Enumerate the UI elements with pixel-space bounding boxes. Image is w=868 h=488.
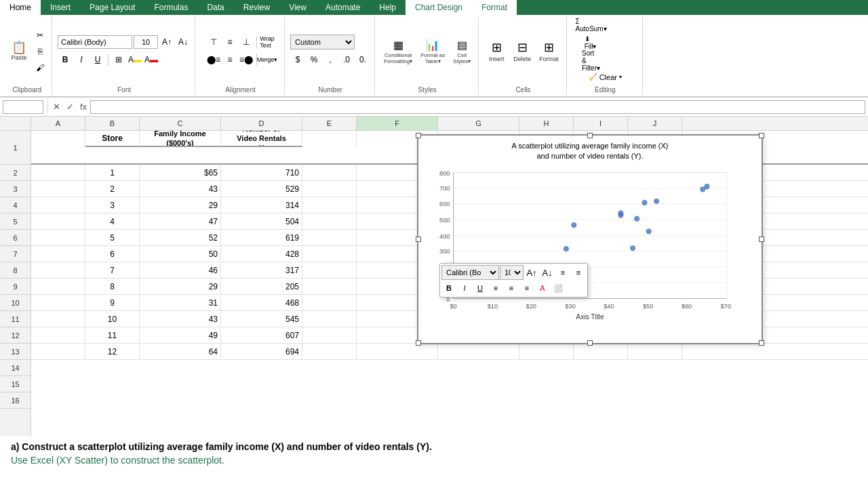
delete-button[interactable]: ⊟ Delete [510, 38, 534, 64]
cell-d1[interactable]: Number ofVideo RentalsY [221, 131, 302, 147]
cell-b13[interactable]: 12 [85, 344, 140, 360]
cell-styles-button[interactable]: ▤ CellStyles▾ [450, 37, 474, 66]
mini-font-grow-button[interactable]: A↑ [524, 265, 539, 280]
font-size-increase-button[interactable]: A↑ [159, 35, 174, 49]
cell-c3[interactable]: 43 [140, 181, 221, 197]
cell-d4[interactable]: 314 [221, 197, 302, 214]
cell-c11[interactable]: 43 [140, 311, 221, 327]
percent-button[interactable]: % [307, 52, 321, 67]
sort-filter-button[interactable]: Sort & Filter▾ [584, 53, 599, 68]
align-bottom-button[interactable]: ⊥ [239, 35, 254, 49]
cell-c9[interactable]: 29 [140, 279, 221, 295]
cell-d3[interactable]: 529 [221, 181, 302, 197]
cell-c2[interactable]: $65 [140, 165, 221, 181]
paste-button[interactable]: 📋 Paste [7, 39, 31, 63]
cell-c12[interactable]: 49 [140, 327, 221, 344]
cell-d5[interactable]: 504 [221, 214, 302, 230]
cell-a1[interactable] [31, 131, 85, 147]
mini-bold-button[interactable]: B [441, 281, 456, 296]
tab-format[interactable]: Format [472, 0, 517, 15]
align-left-button[interactable]: ⬤≡ [206, 52, 221, 67]
cell-b3[interactable]: 2 [85, 181, 140, 197]
tab-automate[interactable]: Automate [316, 0, 370, 15]
cell-b7[interactable]: 6 [85, 246, 140, 262]
cell-d10[interactable]: 468 [221, 295, 302, 311]
cell-b2[interactable]: 1 [85, 165, 140, 181]
fill-color-button[interactable]: A▬ [127, 52, 142, 67]
underline-button[interactable]: U [90, 52, 105, 67]
cell-d2[interactable]: 710 [221, 165, 302, 181]
resize-handle-mr[interactable] [759, 237, 764, 242]
tab-data[interactable]: Data [197, 0, 233, 15]
cell-b5[interactable]: 4 [85, 214, 140, 230]
mini-align-center-button[interactable]: ≡ [504, 281, 519, 296]
cell-b6[interactable]: 5 [85, 230, 140, 246]
font-color-button[interactable]: A▬ [144, 52, 159, 67]
cell-d13[interactable]: 694 [221, 344, 302, 360]
resize-handle-tm[interactable] [587, 133, 593, 138]
merge-center-button[interactable]: Merge▾ [260, 52, 275, 67]
bold-button[interactable]: B [58, 52, 73, 67]
tab-view[interactable]: View [279, 0, 316, 15]
align-right-button[interactable]: ≡⬤ [239, 52, 254, 67]
cell-b8[interactable]: 7 [85, 262, 140, 279]
resize-handle-bm[interactable] [587, 340, 593, 346]
resize-handle-tl[interactable] [416, 133, 421, 138]
cell-c10[interactable]: 31 [140, 295, 221, 311]
mini-font-color-button[interactable]: A [535, 281, 550, 296]
insert-function-button[interactable]: fx [77, 100, 90, 114]
chart-container[interactable]: A scatterplot utilizing average family i… [417, 134, 763, 344]
align-top-button[interactable]: ⊤ [206, 35, 221, 49]
align-middle-button[interactable]: ≡ [222, 35, 237, 49]
confirm-formula-button[interactable]: ✓ [63, 100, 77, 114]
mini-size-select[interactable]: 10 [500, 265, 524, 280]
cell-b9[interactable]: 8 [85, 279, 140, 295]
italic-button[interactable]: I [74, 52, 89, 67]
font-size-input[interactable] [134, 35, 158, 49]
mini-underline-button[interactable]: U [473, 281, 488, 296]
name-box-input[interactable] [3, 100, 43, 114]
cell-c8[interactable]: 46 [140, 262, 221, 279]
mini-align-right-button[interactable]: ≡ [519, 281, 534, 296]
font-name-input[interactable] [58, 35, 132, 49]
cell-d12[interactable]: 607 [221, 327, 302, 344]
cell-c13[interactable]: 64 [140, 344, 221, 360]
cell-d9[interactable]: 205 [221, 279, 302, 295]
format-as-table-button[interactable]: 📊 Format asTable▾ [417, 37, 448, 66]
cell-c7[interactable]: 50 [140, 246, 221, 262]
resize-handle-bl[interactable] [416, 340, 421, 346]
cell-c1[interactable]: AverageFamily Income($000's)X [140, 131, 221, 147]
cut-button[interactable]: ✂ [33, 28, 47, 43]
fill-button[interactable]: ⬇ Fill▾ [584, 35, 599, 50]
cell-b1[interactable]: Store [85, 131, 140, 147]
borders-button[interactable]: ⊞ [111, 52, 126, 67]
tab-review[interactable]: Review [234, 0, 279, 15]
cell-c5[interactable]: 47 [140, 214, 221, 230]
cell-b4[interactable]: 3 [85, 197, 140, 214]
clear-button[interactable]: 🧹 Clear ▾ [584, 70, 627, 83]
wrap-text-button[interactable]: Wrap Text [260, 35, 275, 49]
align-center-button[interactable]: ≡ [222, 52, 237, 67]
decrease-decimal-button[interactable]: 0. [355, 52, 370, 67]
tab-help[interactable]: Help [370, 0, 406, 15]
tab-chart-design[interactable]: Chart Design [406, 0, 472, 15]
mini-align-left-button[interactable]: ≡ [488, 281, 503, 296]
cell-b12[interactable]: 11 [85, 327, 140, 344]
font-size-decrease-button[interactable]: A↓ [176, 35, 191, 49]
formula-input[interactable] [90, 100, 865, 114]
cancel-formula-button[interactable]: ✕ [50, 100, 63, 114]
currency-button[interactable]: $ [290, 52, 305, 67]
mini-font-select[interactable]: Calibri (Bo [441, 265, 499, 280]
cell-b10[interactable]: 9 [85, 295, 140, 311]
mini-font-shrink-button[interactable]: A↓ [540, 265, 555, 280]
cell-d11[interactable]: 545 [221, 311, 302, 327]
tab-home[interactable]: Home [0, 0, 41, 15]
cell-c6[interactable]: 52 [140, 230, 221, 246]
mini-italic-button[interactable]: I [457, 281, 472, 296]
number-format-select[interactable]: Custom [290, 35, 355, 49]
conditional-formatting-button[interactable]: ▦ ConditionalFormatting▾ [380, 37, 416, 66]
format-button[interactable]: ⊞ Format [536, 38, 562, 64]
tab-insert[interactable]: Insert [41, 0, 80, 15]
tab-page-layout[interactable]: Page Layout [80, 0, 144, 15]
mini-toolbar[interactable]: Calibri (Bo 10 A↑ A↓ ≡ ≡ B I U ≡ ≡ ≡ A ⬜ [439, 263, 588, 298]
